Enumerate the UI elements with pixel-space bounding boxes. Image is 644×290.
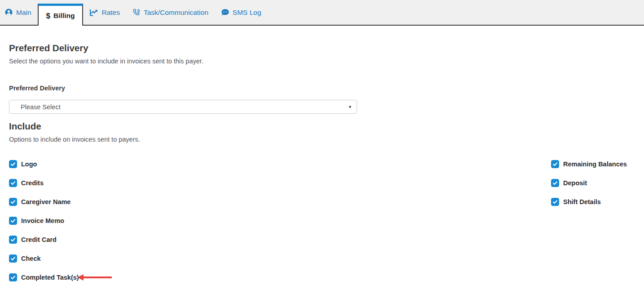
checkbox-row-caregiver-name[interactable]: Caregiver Name (9, 197, 79, 206)
preferred-delivery-select-value: Please Select (21, 103, 61, 111)
checkbox-deposit[interactable] (551, 179, 559, 187)
include-description: Options to include on invoices sent to p… (9, 136, 644, 143)
tab-task-communication-label: Task/Communication (144, 9, 208, 17)
chevron-down-icon: ▼ (348, 104, 352, 109)
phone-volume-icon (132, 9, 141, 17)
checkbox-caregiver-name[interactable] (9, 198, 17, 206)
tab-sms-log-label: SMS Log (233, 9, 261, 17)
tab-billing[interactable]: $ Billing (38, 4, 84, 26)
checkbox-row-check[interactable]: Check (9, 254, 79, 263)
checkbox-label: Completed Task(s) (21, 274, 79, 281)
checkbox-row-deposit[interactable]: Deposit (551, 178, 627, 187)
include-options-right-column: Remaining Balances Deposit Shift Details (551, 160, 627, 216)
checkbox-credits[interactable] (9, 179, 17, 187)
dollar-icon: $ (46, 12, 50, 20)
checkbox-remaining-balances[interactable] (551, 160, 559, 168)
checkbox-shift-details[interactable] (551, 198, 559, 206)
preferred-delivery-select[interactable]: Please Select ▼ (9, 100, 357, 114)
checkbox-label: Remaining Balances (563, 161, 627, 168)
checkbox-row-remaining-balances[interactable]: Remaining Balances (551, 160, 627, 168)
checkbox-row-credit-card[interactable]: Credit Card (9, 235, 79, 244)
arrow-shaft (83, 277, 112, 278)
checkbox-completed-tasks[interactable] (9, 273, 17, 281)
user-circle-icon (4, 8, 13, 17)
tab-rates-label: Rates (101, 9, 120, 17)
checkbox-label: Invoice Memo (21, 217, 64, 224)
checkbox-label: Caregiver Name (21, 198, 71, 205)
preferred-delivery-heading: Preferred Delivery (9, 43, 644, 54)
tab-sms-log[interactable]: SMS Log (215, 0, 268, 25)
preferred-delivery-description: Select the options you want to include i… (9, 58, 644, 65)
checkbox-label: Credit Card (21, 236, 57, 243)
checkbox-label: Logo (21, 161, 37, 168)
tab-rates[interactable]: Rates (83, 0, 126, 25)
billing-tab-content: Preferred Delivery Select the options yo… (0, 43, 644, 143)
chart-line-icon (89, 9, 98, 17)
checkbox-invoice-memo[interactable] (9, 217, 17, 225)
checkbox-label: Shift Details (563, 198, 601, 205)
checkbox-row-invoice-memo[interactable]: Invoice Memo (9, 216, 79, 225)
tab-billing-label: Billing (53, 12, 75, 20)
checkbox-row-shift-details[interactable]: Shift Details (551, 197, 627, 206)
checkbox-label: Credits (21, 179, 44, 187)
checkbox-label: Check (21, 255, 41, 262)
comment-dots-icon (221, 9, 229, 16)
tab-bar: Main $ Billing Rates Task/Communication (0, 0, 644, 26)
include-heading: Include (9, 121, 644, 132)
tab-task-communication[interactable]: Task/Communication (126, 0, 215, 25)
checkbox-check[interactable] (9, 254, 17, 263)
red-annotation-arrow (77, 274, 112, 281)
tab-main-label: Main (16, 9, 31, 17)
checkbox-row-completed-tasks[interactable]: Completed Task(s) (9, 273, 79, 281)
tab-main[interactable]: Main (0, 0, 38, 25)
include-options-left-column: Logo Credits Caregiver Name Invoice Memo… (9, 160, 79, 290)
checkbox-label: Deposit (563, 179, 587, 187)
checkbox-row-credits[interactable]: Credits (9, 178, 79, 187)
preferred-delivery-field-label: Preferred Delivery (9, 85, 644, 92)
checkbox-logo[interactable] (9, 160, 17, 168)
checkbox-credit-card[interactable] (9, 236, 17, 244)
checkbox-row-logo[interactable]: Logo (9, 160, 79, 168)
